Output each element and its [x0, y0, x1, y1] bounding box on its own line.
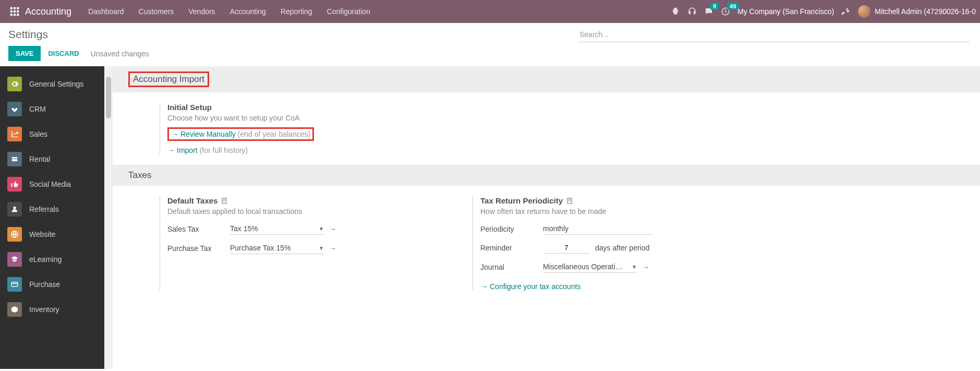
periodicity-label: Periodicity: [480, 225, 543, 233]
handshake-icon: [7, 102, 22, 116]
section-header-taxes: Taxes: [113, 165, 980, 186]
periodicity-select[interactable]: monthly: [543, 223, 652, 235]
svg-rect-13: [223, 199, 224, 200]
sidebar-label: Website: [29, 230, 55, 238]
sidebar-item-rental[interactable]: Rental: [0, 147, 104, 172]
top-right: 9 49 My Company (San Francisco) Mitchell…: [671, 5, 976, 18]
sidebar-label: Rental: [29, 155, 50, 163]
svg-rect-14: [225, 199, 226, 200]
external-link-icon[interactable]: →: [642, 263, 649, 271]
svg-rect-19: [570, 199, 571, 200]
sidebar-label: eLearning: [29, 255, 62, 264]
svg-rect-1: [14, 7, 16, 9]
menu-customers[interactable]: Customers: [132, 7, 180, 16]
card-icon: [7, 277, 22, 292]
tax-return-title: Tax Return Periodicity: [480, 196, 754, 205]
top-nav: Accounting Dashboard Customers Vendors A…: [0, 0, 980, 23]
import-link[interactable]: → Import (for full history): [167, 146, 441, 154]
svg-rect-7: [14, 14, 16, 16]
external-link-icon[interactable]: →: [329, 225, 336, 233]
purchase-tax-select[interactable]: Purchase Tax 15% ▼: [230, 242, 324, 254]
external-link-icon[interactable]: →: [329, 244, 336, 253]
sidebar-item-elearning[interactable]: eLearning: [0, 247, 104, 272]
tax-return-block: Tax Return Periodicity How often tax ret…: [473, 196, 754, 291]
search-input[interactable]: [578, 27, 970, 42]
chevron-down-icon: ▼: [632, 264, 637, 270]
messages-button[interactable]: 9: [704, 7, 713, 16]
initial-setup-block: Initial Setup Choose how you want to set…: [160, 103, 441, 154]
menu-vendors[interactable]: Vendors: [182, 7, 221, 16]
thumbsup-icon: [7, 177, 22, 192]
configure-tax-accounts-link[interactable]: → Configure your tax accounts: [480, 282, 754, 291]
menu-dashboard[interactable]: Dashboard: [82, 7, 130, 16]
svg-rect-18: [568, 199, 570, 200]
sidebar-item-website[interactable]: Website: [0, 222, 104, 247]
reminder-row: Reminder days after period: [480, 242, 754, 254]
control-bar: Settings SAVE DISCARD Unsaved changes: [0, 23, 980, 61]
reminder-after-label: days after period: [595, 244, 649, 252]
user-menu[interactable]: Mitchell Admin (47290026-16-0: [858, 5, 976, 18]
svg-rect-16: [225, 200, 226, 201]
sidebar-label: General Settings: [29, 80, 83, 88]
import-header-text: Accounting Import: [128, 71, 209, 87]
apps-icon[interactable]: [9, 6, 20, 17]
default-taxes-block: Default Taxes Default taxes applied to l…: [160, 196, 441, 291]
box-icon: [7, 302, 22, 317]
menu-accounting[interactable]: Accounting: [224, 7, 272, 16]
company-switcher[interactable]: My Company (San Francisco): [737, 7, 834, 16]
save-button[interactable]: SAVE: [8, 46, 41, 61]
review-hint: (end of year balances): [238, 130, 310, 138]
review-manually-link[interactable]: → Review Manually (end of year balances): [167, 127, 314, 141]
initial-setup-desc: Choose how you want to setup your CoA: [167, 114, 441, 122]
sidebar-item-purchase[interactable]: Purchase: [0, 272, 104, 297]
sales-tax-row: Sales Tax Tax 15% ▼ →: [167, 223, 441, 235]
svg-rect-8: [17, 14, 19, 16]
scrollbar[interactable]: [104, 66, 113, 369]
support-icon[interactable]: [687, 7, 697, 16]
avatar: [858, 5, 870, 18]
configure-label: Configure your tax accounts: [490, 282, 580, 291]
app-brand[interactable]: Accounting: [25, 6, 71, 17]
menu-configuration[interactable]: Configuration: [321, 7, 377, 16]
sidebar-item-crm[interactable]: CRM: [0, 97, 104, 122]
menu-reporting[interactable]: Reporting: [274, 7, 319, 16]
arrow-right-icon: →: [167, 146, 175, 154]
sidebar-label: Purchase: [29, 280, 60, 289]
tax-return-desc: How often tax returns have to be made: [480, 207, 754, 216]
sidebar-item-general[interactable]: General Settings: [0, 71, 104, 97]
building-icon: [221, 197, 228, 205]
journal-select[interactable]: Miscellaneous Operations ▼: [543, 261, 637, 273]
key-icon: [7, 152, 22, 166]
svg-rect-11: [11, 282, 18, 286]
reminder-label: Reminder: [480, 244, 543, 252]
bug-icon[interactable]: [671, 7, 680, 16]
activities-button[interactable]: 49: [721, 7, 730, 16]
svg-rect-21: [570, 200, 571, 201]
sidebar-item-social[interactable]: Social Media: [0, 172, 104, 197]
body: General Settings CRM Sales Rental Social…: [0, 66, 980, 369]
chart-icon: [7, 127, 22, 141]
journal-row: Journal Miscellaneous Operations ▼ →: [480, 261, 754, 273]
graduation-icon: [7, 252, 22, 267]
scroll-thumb[interactable]: [106, 77, 111, 118]
reminder-input[interactable]: [543, 242, 590, 254]
arrow-right-icon: →: [171, 130, 178, 138]
section-header-import: Accounting Import: [113, 66, 980, 92]
globe-icon: [7, 227, 22, 242]
svg-rect-6: [10, 14, 13, 16]
sidebar-item-referrals[interactable]: Referrals: [0, 197, 104, 222]
sales-tax-label: Sales Tax: [167, 225, 230, 233]
import-hint: (for full history): [200, 146, 248, 154]
sidebar-label: Referrals: [29, 205, 59, 213]
tools-icon[interactable]: [841, 7, 851, 16]
sidebar-item-sales[interactable]: Sales: [0, 122, 104, 147]
svg-rect-20: [568, 200, 570, 201]
chevron-down-icon: ▼: [319, 226, 324, 232]
sidebar-label: Social Media: [29, 180, 71, 188]
section-body-import: Initial Setup Choose how you want to set…: [113, 92, 980, 165]
discard-button[interactable]: DISCARD: [41, 46, 86, 61]
sidebar-item-inventory[interactable]: Inventory: [0, 297, 104, 322]
activities-badge: 49: [727, 3, 739, 10]
sales-tax-select[interactable]: Tax 15% ▼: [230, 223, 324, 235]
import-label: Import: [177, 146, 198, 154]
